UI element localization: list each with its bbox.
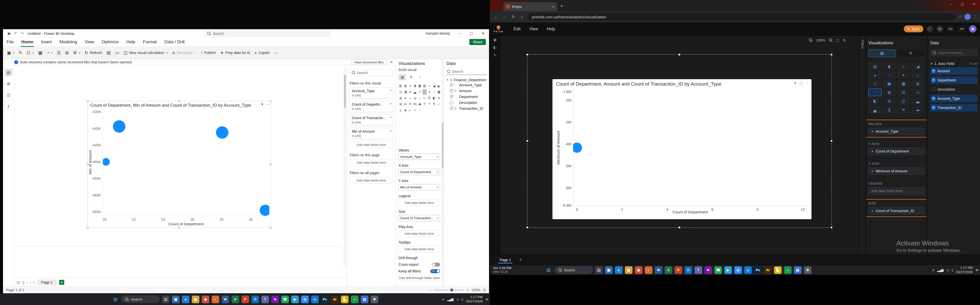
maximize-button[interactable]: ▢ [466,29,477,38]
values-field-chip[interactable]: ▼Account_Type [868,128,924,135]
bubble[interactable] [260,205,270,216]
hidden-icons-chevron[interactable]: ∧ [932,268,934,272]
widgets-icon[interactable]: ▦ [605,266,612,274]
matrix-visual-icon[interactable]: ⊟ [403,101,408,107]
excel-icon[interactable]: X [231,296,239,303]
vscode-icon[interactable]: ◇ [311,296,319,303]
dashboard-canvas[interactable]: 100% ▢ ↻ [500,36,859,254]
powerbi-icon[interactable]: ▙ [774,266,782,274]
dax-query-view-icon[interactable]: ƒ [5,102,13,110]
area-chart-icon[interactable]: ◢ [432,83,436,88]
checkbox[interactable] [932,97,935,100]
sql-server-icon[interactable]: ☰ [55,49,62,57]
bubble[interactable] [216,126,228,139]
checkbox[interactable] [932,88,935,91]
hidden-icons-chevron[interactable]: ∧ [442,298,444,301]
onelake-data-hub-icon[interactable]: ◔ [45,49,54,57]
resize-handle[interactable] [270,227,272,229]
size-field-chip[interactable]: ▼Count of Transaction_ID [868,207,924,214]
powerpoint-icon[interactable]: P [242,296,249,303]
resize-handle[interactable] [87,163,89,165]
table-view-icon[interactable]: ⊞ [5,80,13,88]
format-painter-icon[interactable]: ✎ [17,49,24,57]
desktop-layout-icon[interactable]: ⊡ [17,280,20,284]
resize-handle[interactable] [87,227,89,229]
line-stacked-column-icon[interactable]: ◫ [398,89,403,95]
columns-search[interactable] [930,49,977,56]
sensitivity-icon[interactable]: ◆ Sensitivity [170,49,198,57]
slicer-icon[interactable]: ▾ [437,95,441,101]
kpi-icon[interactable]: ◧ [432,95,436,101]
next-page-icon[interactable]: › [33,280,35,284]
fit-to-page-icon[interactable]: ⊡ [483,288,486,292]
chevron-down-icon[interactable]: ▼ [871,130,874,133]
menu-item[interactable]: File [6,38,14,46]
zoom-in-icon[interactable] [829,38,832,42]
text-tool-icon[interactable]: ✎ [493,53,496,57]
widgets-icon[interactable]: ▦ [172,296,180,303]
field-row[interactable]: Transaction_ID [446,105,487,111]
get-data-icon[interactable]: ☷ [25,49,35,57]
chevron-down-icon[interactable]: ▾ [436,186,438,189]
chevron-down-icon[interactable]: ▼ [930,62,933,65]
filter-card[interactable]: Count of Transactio... is (All) ▾ [350,114,393,126]
pie-chart-icon[interactable]: ◕ [427,89,432,95]
more-options-icon[interactable]: ⋯ [272,49,280,57]
chevron-down-icon[interactable]: ▾ [390,102,391,105]
resize-handle[interactable] [678,54,680,55]
undo-icon[interactable]: ↶ [12,31,19,35]
format-tab-icon[interactable]: ⚙ [897,49,924,57]
line-chart-icon[interactable]: ≈ [427,83,432,88]
checkbox[interactable] [450,107,453,110]
table-node[interactable]: ▼ ⊞ Finance_Department... [446,78,487,82]
field-group-row[interactable]: ▼ 1. Auto Field 5 cols [930,62,977,66]
key-influencers-icon[interactable]: ◉ [418,101,422,107]
treemap-chart-icon[interactable]: ▩ [883,80,896,88]
address-bar[interactable]: priombi.com.sa/home/analytics/visualizat… [528,13,956,21]
field-row[interactable]: Description [446,100,487,105]
filter-card[interactable]: Min of Amount is (All) ▾ [350,128,393,139]
browser-tab[interactable]: Prism ✕ [503,2,557,11]
heatmap-chart-icon[interactable]: ▦ [897,80,910,88]
values-field-chip[interactable]: Account_Type▾ [398,153,440,160]
taskbar-search[interactable]: Search [121,296,160,303]
play-axis-drop-zone[interactable]: Add data fields here [398,230,440,237]
bubble[interactable] [113,120,126,133]
teams-icon[interactable]: T [694,266,702,274]
field-row[interactable]: Amount [446,88,487,94]
word-icon[interactable]: W [655,266,662,274]
funnel-chart-icon[interactable]: ▽ [868,80,881,88]
histogram-chart-icon[interactable]: ▄ [868,106,881,114]
scatter-visual[interactable]: Count of Department, Min of Amount and C… [88,101,271,228]
narrative-icon[interactable]: ¶ [432,101,436,107]
sync-button[interactable]: ↻Sync [904,25,923,32]
transform-data-icon[interactable]: ⚙ [72,49,82,57]
theme-icon[interactable]: ☾ [926,25,933,32]
analytics-tab-icon[interactable]: ◔ [416,74,423,81]
enter-data-icon[interactable]: ⊞ [63,49,70,57]
drill-through-drop-zone[interactable]: Add drill-through fields here [398,275,440,281]
minimize-button[interactable]: – [454,29,466,38]
zoom-slider[interactable] [433,290,464,291]
firefox-browser-icon[interactable]: ◐ [645,266,652,274]
reload-icon[interactable]: ↻ [511,14,517,19]
illustrator-icon[interactable]: Ai [331,296,339,303]
zoom-slider-knob[interactable] [450,288,453,291]
donut-chart-icon[interactable]: ◔ [883,71,896,79]
close-button[interactable]: ✕ [477,29,489,38]
filters-search-input[interactable] [357,71,391,75]
whatsapp-icon[interactable]: ☎ [281,296,289,303]
task-view-icon[interactable]: ◫ [162,296,170,303]
app-menu-item[interactable]: Help [547,27,555,31]
clock[interactable]: 1:17 PM 03/27/2026 [466,295,483,303]
x-axis-field-chip[interactable]: ▼Count of Department [868,148,924,155]
minimize-button[interactable]: – [945,0,956,8]
resize-handle[interactable] [87,100,89,102]
chevron-down-icon[interactable]: ▾ [436,155,438,158]
taskbar-search[interactable]: Search [555,266,593,274]
filled-map-icon[interactable]: ● [403,95,408,101]
wordcloud-icon[interactable]: ☁ [911,106,924,114]
file-explorer-icon[interactable]: ▥ [192,296,199,303]
pane-scrollbar[interactable] [442,59,444,286]
format-visual-tab-icon[interactable]: ✎ [407,74,415,81]
